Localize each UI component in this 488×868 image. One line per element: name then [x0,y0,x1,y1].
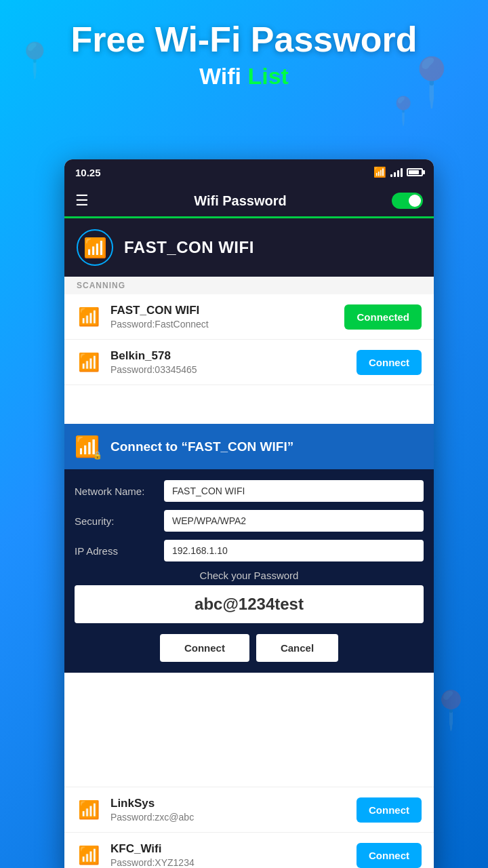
subtitle-wifi: Wifi [199,63,241,89]
modal-password-box: abc@1234test [75,585,424,623]
modal-field-ip: IP Adress [75,540,424,561]
network-password-1: Password:03345465 [110,364,347,375]
signal-bar-4 [401,168,403,177]
network-list: 📶 FAST_CON WIFI Password:FastConnect Con… [64,294,434,385]
connect-button-2[interactable]: Connect [357,797,422,823]
connected-wifi-icon: 📶 [77,229,113,266]
network-ssid-1: Belkin_578 [110,349,347,363]
toggle-knob [409,195,421,207]
modal-security-input[interactable] [164,510,424,532]
network-ssid-3: KFC_Wifi [110,842,347,856]
signal-bar-1 [390,174,392,177]
signal-bar-3 [397,170,399,177]
connected-button-0[interactable]: Connected [344,304,422,330]
subtitle-list: List [248,63,289,89]
wifi-icon-0: 📶 [77,307,101,328]
network-ssid-2: LinkSys [110,797,347,810]
modal-connect-button[interactable]: Connect [160,634,249,662]
scanning-label: SCANNING [64,277,434,294]
modal-ip-label: IP Adress [75,545,156,557]
modal-field-name: Network Name: [75,480,424,502]
menu-icon[interactable]: ☰ [75,192,89,210]
connect-button-1[interactable]: Connect [357,350,422,375]
network-info-2: LinkSys Password:zxc@abc [110,797,347,823]
network-item-3[interactable]: 📶 KFC_Wifi Password:XYZ1234 Connect [64,833,434,868]
network-info-0: FAST_CON WIFI Password:FastConnect [110,304,335,330]
network-item-1[interactable]: 📶 Belkin_578 Password:03345465 Connect [64,340,434,385]
modal-security-label: Security: [75,515,156,527]
network-list-bottom: 📶 LinkSys Password:zxc@abc Connect 📶 KFC… [64,787,434,868]
status-time: 10.25 [75,167,101,178]
connected-banner: 📶 FAST_CON WIFI [64,218,434,277]
app-header: Free Wi-Fi Password Wifi List [0,0,488,103]
battery-icon [407,168,423,176]
network-password-2: Password:zxc@abc [110,812,347,823]
modal-network-name-input[interactable] [164,480,424,502]
network-item-0[interactable]: 📶 FAST_CON WIFI Password:FastConnect Con… [64,294,434,340]
wifi-icon-1: 📶 [77,352,101,373]
modal-buttons: Connect Cancel [75,634,424,662]
network-password-0: Password:FastConnect [110,319,335,330]
modal-wifi-lock-wrapper: 📶 🔒 [75,435,100,458]
connect-modal: 📶 🔒 Connect to “FAST_CON WIFI” Network N… [64,424,434,673]
status-icons: 📶 [373,166,423,178]
toolbar-title: Wifi Password [194,193,287,209]
phone-frame: 10.25 📶 ☰ Wifi Password 📶 FAST_CON WIFI … [64,159,434,868]
network-ssid-0: FAST_CON WIFI [110,304,335,317]
wifi-status-icon: 📶 [373,166,386,178]
modal-field-security: Security: [75,510,424,532]
connect-button-3[interactable]: Connect [357,843,422,868]
network-password-3: Password:XYZ1234 [110,857,347,868]
modal-password-label: Check your Password [75,570,424,581]
app-subtitle: Wifi List [14,63,474,90]
modal-network-name-label: Network Name: [75,486,156,497]
lock-icon: 🔒 [93,451,102,460]
signal-bar-2 [394,172,396,177]
app-toolbar: ☰ Wifi Password [64,185,434,218]
wifi-icon-2: 📶 [77,800,101,821]
modal-cancel-button[interactable]: Cancel [256,634,338,662]
modal-header: 📶 🔒 Connect to “FAST_CON WIFI” [64,424,434,469]
modal-title: Connect to “FAST_CON WIFI” [110,439,293,454]
wifi-icon-3: 📶 [77,845,101,866]
network-item-2[interactable]: 📶 LinkSys Password:zxc@abc Connect [64,787,434,833]
network-info-1: Belkin_578 Password:03345465 [110,349,347,375]
app-title: Free Wi-Fi Password [14,20,474,59]
status-bar: 10.25 📶 [64,159,434,185]
modal-ip-input[interactable] [164,540,424,561]
signal-bars [390,167,403,177]
connected-ssid: FAST_CON WIFI [124,238,254,257]
network-info-3: KFC_Wifi Password:XYZ1234 [110,842,347,868]
battery-fill [409,170,419,174]
toggle-switch[interactable] [392,193,423,209]
modal-body: Network Name: Security: IP Adress Check … [64,469,434,673]
